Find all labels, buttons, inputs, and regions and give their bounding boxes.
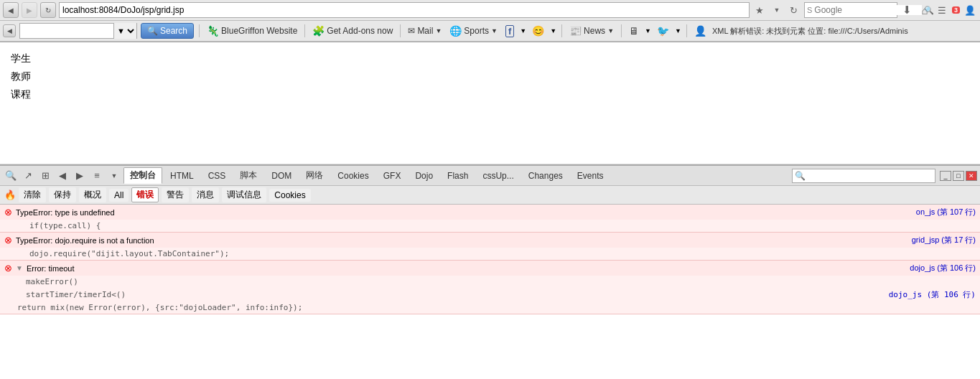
error-code-row-3: return mix(new Error(error), {src:"dojoL… xyxy=(0,301,980,314)
nested-text-1: makeError() xyxy=(26,277,78,286)
devtools-minimize-btn[interactable]: _ xyxy=(940,171,951,181)
tab-dom[interactable]: DOM xyxy=(265,169,298,183)
devtools-menu-down-icon[interactable]: ▼ xyxy=(106,168,122,184)
tab-cssup[interactable]: cssUp... xyxy=(476,169,520,183)
filter-cookies-btn[interactable]: Cookies xyxy=(269,189,310,202)
bookmark-down-icon[interactable]: ▼ xyxy=(770,3,784,17)
error-log: ⊗ TypeError: type is undefined on_js (第 … xyxy=(0,205,980,314)
tab-changes[interactable]: Changes xyxy=(522,169,569,183)
addons-link[interactable]: 🧩 Get Add-ons now xyxy=(310,24,395,37)
forward-button[interactable]: ▶ xyxy=(22,2,37,18)
devtools-window-controls: _ □ ✕ xyxy=(940,171,977,181)
page-reload-icon[interactable]: ↻ xyxy=(787,3,801,17)
devtools-search-input[interactable] xyxy=(806,171,933,181)
toolbar-separator-4 xyxy=(561,24,562,37)
bluegriffon-icon: 🦎 xyxy=(207,25,219,37)
notification-badge: 3 xyxy=(952,6,960,14)
tab-html[interactable]: HTML xyxy=(164,169,200,183)
profile-toolbar-icon: 👤 xyxy=(694,25,706,37)
news-link[interactable]: 📰 News ▼ xyxy=(567,24,616,37)
toolbar-row: ◀ ▼ 🔍 Search 🦎 BlueGriffon Website 🧩 Get… xyxy=(0,21,980,42)
news-dropdown-icon: ▼ xyxy=(607,27,614,34)
toolbar-separator-5 xyxy=(621,24,622,37)
expand-icon-3[interactable]: ▼ xyxy=(16,264,23,272)
filter-warning-btn[interactable]: 警告 xyxy=(162,187,189,202)
facebook-icon: f xyxy=(505,25,514,37)
nested-source-2[interactable]: dojo_js (第 106 行) xyxy=(889,289,976,300)
profile-icon[interactable]: 👤 xyxy=(963,3,977,17)
mail-icon: ✉ xyxy=(408,26,415,36)
bluegriffon-link[interactable]: 🦎 BlueGriffon Website xyxy=(205,24,299,37)
tab-gfx[interactable]: GFX xyxy=(377,169,408,183)
page-text: 学生 教师 课程 xyxy=(11,50,969,104)
error-icon-2: ⊗ xyxy=(4,235,12,245)
devtools-inspect-icon[interactable]: 🔍 xyxy=(3,168,19,184)
sports-label: Sports xyxy=(464,26,489,36)
filter-error-btn[interactable]: 错误 xyxy=(131,187,159,202)
filter-keep-btn[interactable]: 保持 xyxy=(49,187,76,202)
filter-debug-btn[interactable]: 调试信息 xyxy=(222,187,266,202)
address-input[interactable] xyxy=(59,2,750,18)
filter-overview-btn[interactable]: 概况 xyxy=(79,187,106,202)
sports-link[interactable]: 🌐 Sports ▼ xyxy=(447,24,500,37)
camera-link[interactable]: 🖥 xyxy=(627,24,641,37)
tab-flash[interactable]: Flash xyxy=(441,169,475,183)
smiley-link[interactable]: 😊 xyxy=(530,24,546,37)
download-icon[interactable]: ⬇ xyxy=(900,3,915,17)
devtools-maximize-btn[interactable]: □ xyxy=(953,171,964,181)
devtools-toolbar: 🔍 ↗ ⊞ ◀ ▶ ≡ ▼ 控制台 HTML CSS 脚本 DOM 网络 Coo… xyxy=(0,166,980,186)
error-icon-1: ⊗ xyxy=(4,207,12,217)
devtools-close-btn[interactable]: ✕ xyxy=(966,171,977,181)
devtools-panel: 🔍 ↗ ⊞ ◀ ▶ ≡ ▼ 控制台 HTML CSS 脚本 DOM 网络 Coo… xyxy=(0,164,980,314)
devtools-back-icon[interactable]: ◀ xyxy=(55,168,70,184)
toolbar-separator-2 xyxy=(304,24,305,37)
tab-cookies[interactable]: Cookies xyxy=(331,169,375,183)
smiley-dropdown-icon: ▼ xyxy=(550,27,556,34)
news-label: News xyxy=(584,26,605,36)
filter-all-btn[interactable]: All xyxy=(109,189,129,202)
tab-script[interactable]: 脚本 xyxy=(233,167,263,184)
bookmark-star-icon[interactable]: ★ xyxy=(752,3,767,17)
bluegriffon-label: BlueGriffon Website xyxy=(221,26,297,36)
error-source-1[interactable]: on_js (第 107 行) xyxy=(916,207,976,217)
tab-dojo[interactable]: Dojo xyxy=(409,169,439,183)
camera-icon: 🖥 xyxy=(629,25,639,37)
error-code-row-1: if(type.call) { xyxy=(0,220,980,232)
devtools-layout-icon[interactable]: ⊞ xyxy=(37,168,53,184)
facebook-link[interactable]: f xyxy=(503,24,516,38)
devtools-pointer-icon[interactable]: ↗ xyxy=(20,168,36,184)
menu-icon[interactable]: ☰ xyxy=(935,3,949,17)
devtools-forward-icon[interactable]: ▶ xyxy=(72,168,88,184)
mail-label: Mail xyxy=(417,26,433,36)
devtools-search-box: 🔍 xyxy=(792,169,935,183)
profile-link[interactable]: 👤 xyxy=(692,24,709,37)
tab-css[interactable]: CSS xyxy=(202,169,233,183)
toolbar-small-left[interactable]: ◀ xyxy=(3,24,16,37)
devtools-search-icon: 🔍 xyxy=(795,171,806,181)
error-source-3[interactable]: dojo_js (第 106 行) xyxy=(910,263,976,273)
nested-text-2: startTimer/timerId<() xyxy=(26,290,126,299)
error-text-1: TypeError: type is undefined xyxy=(16,208,913,217)
error-entry-3: ⊗ ▼ Error: timeout dojo_js (第 106 行) mak… xyxy=(0,261,980,314)
filter-clear-btn[interactable]: 清除 xyxy=(19,187,46,202)
toolbar-search-select[interactable]: ▼ xyxy=(113,23,136,39)
bird-link[interactable]: 🐦 xyxy=(655,24,671,37)
toolbar-search-input[interactable] xyxy=(20,26,113,36)
home-icon[interactable]: ⌂ xyxy=(918,3,932,17)
google-search-area: S 🔍 xyxy=(804,2,897,18)
search-button[interactable]: 🔍 Search xyxy=(141,23,194,39)
reload-button[interactable]: ↻ xyxy=(40,2,56,18)
mail-link[interactable]: ✉ Mail ▼ xyxy=(406,25,444,37)
devtools-menu-icon[interactable]: ≡ xyxy=(89,168,105,184)
news-icon: 📰 xyxy=(569,25,582,37)
filter-message-btn[interactable]: 消息 xyxy=(192,187,219,202)
addons-label: Get Add-ons now xyxy=(327,26,393,36)
error-text-2: TypeError: dojo.require is not a functio… xyxy=(16,236,908,245)
tab-events[interactable]: Events xyxy=(571,169,610,183)
tab-console[interactable]: 控制台 xyxy=(123,167,162,184)
error-source-2[interactable]: grid_jsp (第 17 行) xyxy=(912,235,976,245)
toolbar-separator-1 xyxy=(199,24,200,37)
tab-network[interactable]: 网络 xyxy=(299,167,330,184)
error-text-3: Error: timeout xyxy=(27,264,906,273)
back-button[interactable]: ◀ xyxy=(3,2,19,18)
